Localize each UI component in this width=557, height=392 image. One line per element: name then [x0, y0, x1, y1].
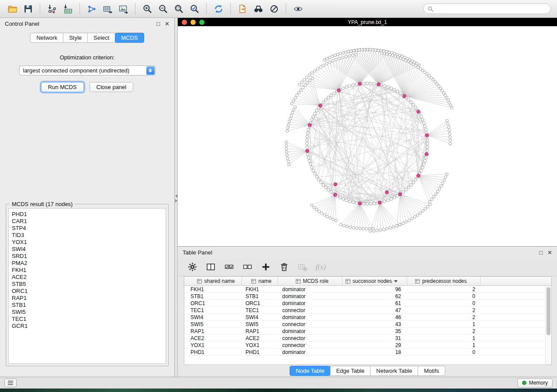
toolbar-separator: [286, 3, 286, 14]
result-item[interactable]: YOX1: [12, 239, 163, 246]
column-header-name[interactable]: name: [242, 277, 278, 285]
import-network-button[interactable]: [44, 2, 60, 16]
table-cell: 0: [407, 293, 481, 299]
column-header-predecessor-nodes[interactable]: predecessor nodes: [407, 277, 481, 285]
result-item[interactable]: SWI4: [12, 246, 163, 253]
table-row[interactable]: ACE2ACE2connector311: [184, 335, 545, 342]
column-layout-button[interactable]: [203, 260, 218, 274]
network-canvas[interactable]: [178, 26, 557, 246]
column-header-successor-nodes[interactable]: successor nodes: [343, 277, 407, 285]
result-item[interactable]: STB1: [12, 302, 163, 309]
maximize-window-icon[interactable]: [199, 20, 204, 25]
column-header-shared-name[interactable]: shared name: [184, 277, 242, 285]
result-item[interactable]: ACE2: [12, 274, 163, 281]
tab-select[interactable]: Select: [87, 33, 115, 43]
result-item[interactable]: ORC1: [12, 288, 163, 295]
table-cell: dominator: [278, 293, 343, 299]
close-table-panel-icon[interactable]: ✕: [547, 250, 552, 255]
search-box[interactable]: [423, 3, 551, 14]
close-window-icon[interactable]: [182, 20, 187, 25]
result-item[interactable]: STP4: [12, 225, 163, 232]
float-panel-icon[interactable]: □: [156, 21, 160, 27]
table-cell: 0: [407, 300, 481, 306]
tab-motifs[interactable]: Motifs: [418, 366, 445, 376]
tab-network-table[interactable]: Network Table: [370, 366, 418, 376]
table-row[interactable]: ORC1ORC1dominator610: [184, 300, 545, 307]
result-item[interactable]: TID3: [12, 232, 163, 239]
table-cell: STB1: [184, 293, 242, 299]
tab-edge-table[interactable]: Edge Table: [330, 366, 370, 376]
table-cell: 31: [343, 335, 407, 341]
find-button[interactable]: [250, 2, 266, 16]
table-cell: 2: [407, 328, 481, 334]
minimize-window-icon[interactable]: [190, 20, 196, 25]
table-row[interactable]: SWI4SWI4dominator462: [184, 314, 545, 321]
network-graph[interactable]: [178, 26, 557, 246]
main-area: Control Panel □ ✕ Network Style Select M…: [0, 18, 557, 377]
table-row[interactable]: STB1STB1dominator620: [184, 293, 545, 300]
save-session-button[interactable]: [20, 2, 36, 16]
table-row[interactable]: TEC1TEC1connector472: [184, 307, 545, 314]
tab-mcds[interactable]: MCDS: [115, 33, 144, 43]
open-session-button[interactable]: [4, 2, 20, 16]
run-mcds-button[interactable]: Run MCDS: [41, 82, 84, 92]
mcds-result-list[interactable]: PHD1CAR1STP4TID3YOX1SWI4SRD1PMA2FKH1ACE2…: [8, 208, 166, 364]
column-header-filler: [481, 277, 551, 285]
memory-button[interactable]: Memory: [517, 378, 553, 388]
select-all-columns-button[interactable]: [221, 260, 236, 274]
apply-layout-button[interactable]: [211, 2, 226, 16]
table-cell: 43: [343, 321, 407, 327]
column-header-mcds-role[interactable]: MCDS role: [278, 277, 343, 285]
status-bar: Memory: [0, 377, 557, 389]
result-item[interactable]: STB5: [12, 281, 163, 288]
result-item[interactable]: PHD1: [12, 211, 163, 218]
result-item[interactable]: FKH1: [12, 267, 163, 274]
close-panel-icon[interactable]: ✕: [165, 21, 170, 27]
result-item[interactable]: TEC1: [12, 316, 163, 323]
search-input[interactable]: [436, 5, 547, 13]
zoom-out-button[interactable]: [155, 2, 171, 16]
splitter-handle-icon[interactable]: [175, 194, 178, 203]
function-builder-button[interactable]: f(x): [313, 260, 328, 274]
new-network-button[interactable]: [84, 2, 100, 16]
delete-table-button[interactable]: [295, 260, 310, 274]
result-item[interactable]: PMA2: [12, 260, 163, 267]
tab-style[interactable]: Style: [63, 33, 88, 43]
task-history-button[interactable]: [4, 378, 17, 387]
result-item[interactable]: GCR1: [12, 323, 163, 330]
result-item[interactable]: CAR1: [12, 218, 163, 225]
copy-style-button[interactable]: [235, 2, 250, 16]
gear-icon: [187, 262, 197, 272]
optimization-criterion-select[interactable]: largest connected component (undirected): [19, 65, 156, 76]
unchecked-boxes-icon: [242, 262, 253, 272]
table-row[interactable]: PHD1PHD1dominator180: [184, 349, 545, 356]
application-window: Control Panel □ ✕ Network Style Select M…: [0, 0, 557, 392]
result-item[interactable]: SWI5: [12, 309, 163, 316]
table-row[interactable]: RAP1RAP1dominator352: [184, 328, 545, 335]
table-row[interactable]: SWI5SWI5connector431: [184, 321, 545, 328]
zoom-in-button[interactable]: [139, 2, 155, 16]
table-settings-button[interactable]: [185, 260, 200, 274]
result-item[interactable]: SRD1: [12, 253, 163, 260]
close-panel-button[interactable]: Close panel: [90, 82, 134, 92]
new-network-icon: [87, 4, 97, 14]
table-cell: SWI4: [242, 314, 278, 320]
export-image-button[interactable]: [115, 2, 131, 16]
export-table-button[interactable]: [100, 2, 115, 16]
show-details-button[interactable]: [290, 2, 306, 16]
import-table-button[interactable]: [60, 2, 76, 16]
table-scrollbar[interactable]: [545, 286, 551, 364]
zoom-fit-button[interactable]: [171, 2, 187, 16]
panel-splitter[interactable]: [175, 18, 178, 377]
table-row[interactable]: FKH1FKH1dominator962: [184, 286, 545, 293]
result-item[interactable]: RAP1: [12, 295, 163, 302]
delete-column-button[interactable]: [277, 260, 291, 274]
table-row[interactable]: YOX1YOX1connector291: [184, 342, 545, 349]
float-table-panel-icon[interactable]: □: [539, 250, 543, 255]
tab-node-table[interactable]: Node Table: [290, 366, 331, 376]
create-column-button[interactable]: [258, 260, 273, 274]
tab-network[interactable]: Network: [30, 33, 63, 43]
unselect-all-columns-button[interactable]: [240, 260, 255, 274]
toggle-graphics-button[interactable]: [266, 2, 282, 16]
zoom-selected-button[interactable]: [187, 2, 202, 16]
